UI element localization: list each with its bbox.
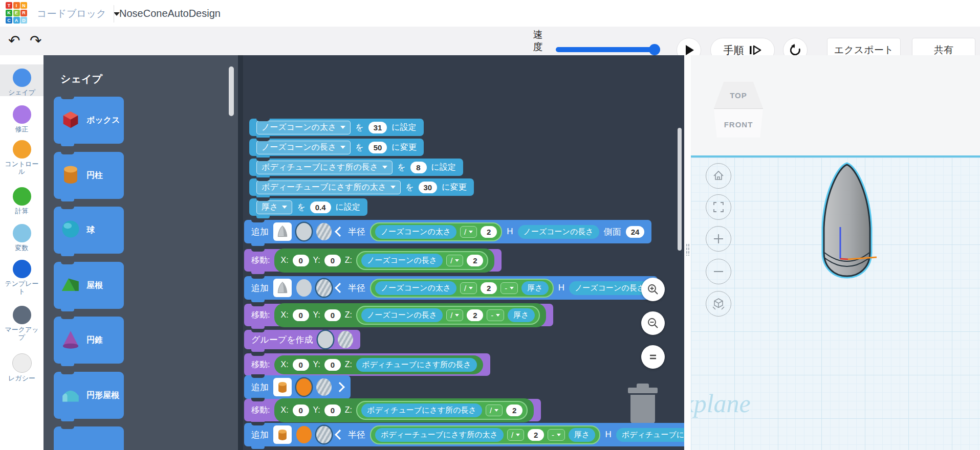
operator-select[interactable]: /: [460, 282, 477, 294]
variable-dropdown[interactable]: 厚さ: [256, 200, 292, 214]
operator-block[interactable]: ボディチューブにさす所の長さ/2: [356, 401, 528, 420]
sidebar-item-6[interactable]: マークアップ: [0, 302, 43, 341]
color-material-swatch[interactable]: [296, 223, 312, 240]
number-input[interactable]: 24: [626, 226, 645, 238]
doc-title[interactable]: NoseConeAutoDesign: [119, 8, 221, 19]
add-shape-block[interactable]: 追加半径ノーズコーンの太さ/2-厚さHノーズコーンの長さ: [244, 276, 658, 300]
operator-block[interactable]: ボディーチューブにさす所の太さ/2-厚さ: [370, 425, 600, 444]
x-input[interactable]: 0: [293, 255, 309, 266]
tinkercad-logo[interactable]: TINKERCAD: [6, 2, 28, 25]
app-menu-dropdown[interactable]: コードブロック: [37, 7, 120, 20]
y-input[interactable]: 0: [324, 359, 341, 371]
sidebar-item-0[interactable]: シェイプ: [0, 64, 43, 96]
value-input[interactable]: 0.4: [310, 201, 331, 213]
redo-icon[interactable]: ↷: [30, 31, 41, 51]
palette-block-partial[interactable]: [54, 426, 124, 450]
operator-select[interactable]: -: [548, 429, 565, 441]
color-material-swatch[interactable]: [296, 378, 312, 396]
fit-view-button[interactable]: [706, 194, 731, 220]
operator-block[interactable]: ノーズコーンの太さ/2: [370, 222, 502, 241]
nose-cone-model[interactable]: [816, 162, 883, 286]
operator-select[interactable]: /: [446, 255, 463, 266]
operator-select[interactable]: /: [507, 429, 524, 441]
variable-pill[interactable]: ノーズコーンの太さ: [375, 225, 456, 239]
trash-icon[interactable]: [628, 382, 658, 424]
number-input[interactable]: 2: [467, 309, 483, 321]
shape-picker[interactable]: [273, 222, 292, 241]
variable-dropdown[interactable]: ノーズコーンの太さ: [256, 121, 351, 134]
number-input[interactable]: 2: [467, 255, 483, 266]
move-block[interactable]: 移動:X:0Y:0Z:ボディチューブにさす所の長さ/2: [244, 399, 541, 421]
sidebar-item-2[interactable]: コントロール: [0, 136, 43, 175]
create-group-block[interactable]: グループを作成: [244, 330, 360, 349]
set-variable-block[interactable]: ボディーチューブにさす所の太さを30に変更: [249, 178, 474, 196]
view-cube-front-face[interactable]: FRONT: [714, 108, 763, 140]
palette-block-屋根[interactable]: 屋根: [54, 262, 124, 309]
viewport-zoom-out-button[interactable]: [706, 259, 731, 284]
sidebar-item-7[interactable]: レガシー: [0, 349, 43, 382]
variable-dropdown[interactable]: ボディチューブにさす所の長さ: [256, 161, 393, 174]
collapse-icon[interactable]: [335, 430, 345, 440]
speed-slider[interactable]: [556, 47, 656, 52]
speed-slider-thumb[interactable]: [649, 44, 660, 55]
expand-icon[interactable]: [335, 382, 345, 392]
number-input[interactable]: 2: [528, 429, 544, 441]
add-shape-block[interactable]: 追加半径ノーズコーンの太さ/2Hノーズコーンの長さ側面24: [244, 220, 651, 243]
set-variable-block[interactable]: ノーズコーンの長さを50に変更: [249, 139, 424, 156]
operator-block[interactable]: ノーズコーンの太さ/2-厚さ: [370, 279, 554, 298]
color-material-swatch[interactable]: [296, 426, 312, 443]
variable-dropdown[interactable]: ボディーチューブにさす所の太さ: [256, 181, 401, 194]
set-variable-block[interactable]: 厚さを0.4に設定: [249, 198, 367, 216]
viewport-zoom-in-button[interactable]: [706, 226, 731, 252]
operator-select[interactable]: /: [486, 404, 503, 416]
view-cube[interactable]: TOP FRONT: [714, 82, 763, 140]
splitter-handle[interactable]: [686, 243, 690, 256]
shape-picker[interactable]: [273, 378, 292, 396]
palette-scrollbar[interactable]: [229, 66, 234, 116]
canvas-zoom-fit-button[interactable]: [641, 345, 665, 369]
operator-select[interactable]: /: [460, 226, 477, 238]
palette-block-円柱[interactable]: 円柱: [54, 152, 124, 199]
x-input[interactable]: 0: [293, 359, 309, 371]
hole-material-swatch[interactable]: [338, 331, 353, 348]
variable-dropdown[interactable]: ノーズコーンの長さ: [256, 141, 351, 154]
variable-pill[interactable]: 厚さ: [569, 428, 595, 442]
operator-select[interactable]: -: [500, 282, 518, 294]
variable-pill[interactable]: ボディーチューブにさす所の太さ: [375, 428, 504, 442]
number-input[interactable]: 2: [506, 404, 522, 416]
variable-pill[interactable]: ボディチューブにさす所の長さ: [356, 358, 477, 372]
viewport-3d[interactable]: Workplane TOP FRONT: [691, 55, 980, 450]
sidebar-item-4[interactable]: 変数: [0, 220, 43, 252]
palette-block-円錐[interactable]: 円錐: [54, 317, 124, 364]
move-block[interactable]: 移動:X:0Y:0Z:ノーズコーンの長さ/2-厚さ: [244, 304, 553, 326]
view-cube-top-face[interactable]: TOP: [714, 82, 763, 108]
palette-block-ボックス[interactable]: ボックス: [54, 97, 124, 144]
y-input[interactable]: 0: [324, 255, 341, 266]
shape-picker[interactable]: [273, 279, 292, 297]
operator-select[interactable]: -: [487, 309, 504, 321]
xyz-vector-block[interactable]: X:0Y:0Z:ノーズコーンの長さ/2-厚さ: [274, 303, 546, 327]
sidebar-item-3[interactable]: 計算: [0, 183, 43, 215]
variable-pill[interactable]: ボディチューブにさす所の長さ: [616, 428, 684, 442]
set-variable-block[interactable]: ノーズコーンの太さを31に設定: [249, 119, 424, 136]
xyz-vector-block[interactable]: X:0Y:0Z:ボディチューブにさす所の長さ/2: [274, 398, 534, 422]
number-input[interactable]: 2: [481, 282, 497, 294]
projection-toggle-button[interactable]: [706, 291, 731, 317]
operator-block[interactable]: ノーズコーンの長さ/2-厚さ: [356, 306, 540, 325]
variable-pill[interactable]: ボディチューブにさす所の長さ: [361, 403, 482, 417]
operator-block[interactable]: ノーズコーンの長さ/2: [356, 251, 488, 270]
x-input[interactable]: 0: [293, 309, 309, 321]
sidebar-item-1[interactable]: 修正: [0, 101, 43, 133]
add-shape-block[interactable]: 追加: [244, 375, 351, 399]
xyz-vector-block[interactable]: X:0Y:0Z:ノーズコーンの長さ/2: [274, 249, 494, 273]
palette-block-球[interactable]: 球: [54, 207, 124, 254]
sidebar-item-5[interactable]: テンプレート: [0, 256, 43, 295]
y-input[interactable]: 0: [324, 404, 341, 416]
variable-pill[interactable]: ノーズコーンの長さ: [518, 225, 599, 239]
collapse-icon[interactable]: [335, 283, 345, 293]
xyz-vector-block[interactable]: X:0Y:0Z:ボディチューブにさす所の長さ: [274, 355, 483, 374]
variable-pill[interactable]: ノーズコーンの長さ: [361, 254, 443, 267]
shape-picker[interactable]: [273, 425, 292, 444]
canvas-vertical-scrollbar[interactable]: [678, 128, 682, 251]
home-view-button[interactable]: [706, 163, 731, 189]
